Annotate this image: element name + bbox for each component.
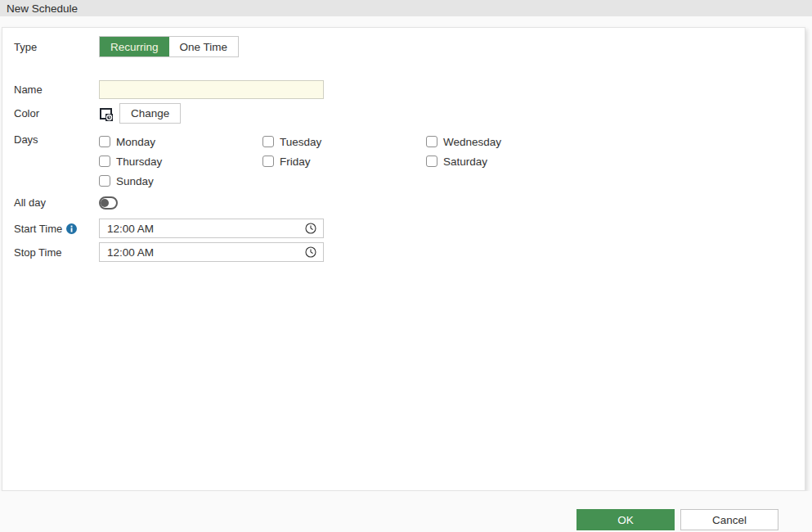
toggle-knob xyxy=(101,199,109,207)
schedule-color-swatch-icon xyxy=(99,106,114,122)
type-segmented-control: Recurring One Time xyxy=(99,36,239,57)
dialog-footer: OK Cancel xyxy=(0,491,812,532)
stop-time-value: 12:00 AM xyxy=(100,246,305,259)
new-schedule-form-panel: Type Recurring One Time Name Color Chang… xyxy=(2,27,805,491)
day-option-monday[interactable]: Monday xyxy=(99,132,262,151)
clock-icon xyxy=(305,246,316,258)
day-option-wednesday[interactable]: Wednesday xyxy=(426,132,590,151)
checkbox-sunday[interactable] xyxy=(99,175,110,187)
day-label: Wednesday xyxy=(443,136,501,148)
days-row: Days Monday Tuesday Wednesday Thursday F… xyxy=(14,132,805,191)
day-option-saturday[interactable]: Saturday xyxy=(426,151,590,171)
days-label: Days xyxy=(14,132,99,146)
stop-time-row: Stop Time 12:00 AM xyxy=(14,242,805,262)
dialog-titlebar: New Schedule xyxy=(0,0,812,16)
tab-recurring[interactable]: Recurring xyxy=(100,37,169,56)
day-label: Monday xyxy=(116,136,155,148)
clock-icon xyxy=(305,223,316,234)
days-grid: Monday Tuesday Wednesday Thursday Friday… xyxy=(99,132,590,191)
all-day-row: All day xyxy=(14,196,805,210)
color-row: Color Change xyxy=(14,103,805,124)
checkbox-monday[interactable] xyxy=(99,136,110,147)
info-icon xyxy=(66,223,77,234)
day-option-friday[interactable]: Friday xyxy=(262,151,426,171)
name-row: Name xyxy=(14,80,805,99)
color-change-button[interactable]: Change xyxy=(119,103,181,124)
checkbox-thursday[interactable] xyxy=(99,156,110,167)
checkbox-tuesday[interactable] xyxy=(262,136,274,147)
checkbox-friday[interactable] xyxy=(262,156,274,167)
start-time-row: Start Time 12:00 AM xyxy=(14,219,805,238)
tab-one-time[interactable]: One Time xyxy=(169,37,239,56)
page-title: New Schedule xyxy=(7,2,78,15)
type-label: Type xyxy=(14,41,99,53)
checkbox-saturday[interactable] xyxy=(426,156,437,167)
start-time-label: Start Time xyxy=(14,223,99,235)
start-time-input[interactable]: 12:00 AM xyxy=(99,219,324,238)
day-label: Tuesday xyxy=(280,136,321,148)
color-label: Color xyxy=(14,107,99,119)
ok-button[interactable]: OK xyxy=(576,509,675,530)
name-label: Name xyxy=(14,83,99,96)
day-label: Thursday xyxy=(116,156,162,168)
stop-time-label: Stop Time xyxy=(14,246,99,259)
day-label: Sunday xyxy=(116,175,154,187)
type-row: Type Recurring One Time xyxy=(14,36,805,57)
checkbox-wednesday[interactable] xyxy=(426,136,437,147)
all-day-label: All day xyxy=(14,196,99,209)
all-day-toggle[interactable] xyxy=(99,196,118,210)
stop-time-input[interactable]: 12:00 AM xyxy=(99,242,324,262)
day-option-sunday[interactable]: Sunday xyxy=(99,171,262,191)
day-option-tuesday[interactable]: Tuesday xyxy=(262,132,426,151)
cancel-button[interactable]: Cancel xyxy=(680,509,778,530)
day-option-thursday[interactable]: Thursday xyxy=(99,151,262,171)
start-time-value: 12:00 AM xyxy=(100,223,305,235)
name-input[interactable] xyxy=(99,80,324,99)
day-label: Saturday xyxy=(443,156,487,168)
day-label: Friday xyxy=(280,156,311,168)
